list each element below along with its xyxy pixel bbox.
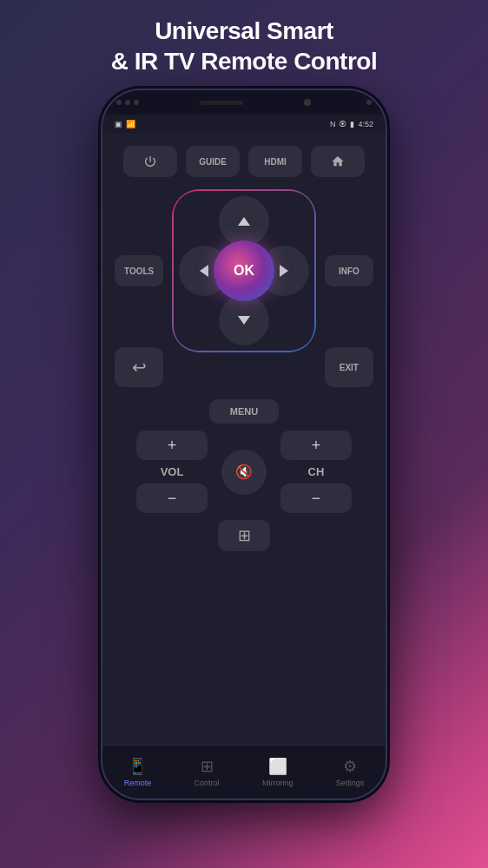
vol-plus-button[interactable]: + (136, 431, 208, 460)
back-button[interactable]: ↩ (115, 347, 163, 387)
settings-label: Settings (336, 779, 365, 787)
ch-minus-button[interactable]: − (280, 483, 352, 513)
nav-settings[interactable]: ⚙ Settings (327, 753, 373, 791)
nav-top-row: TOOLS OK (115, 189, 373, 352)
ch-label: CH (308, 465, 325, 478)
nav-remote[interactable]: 📱 Remote (115, 753, 161, 791)
power-button[interactable] (123, 146, 177, 177)
phone-mockup: ▣ 📶 N ⦿ ▮ 4:52 GUIDE HDMI (101, 89, 387, 800)
dpad-down-button[interactable] (219, 295, 269, 345)
home-icon (331, 155, 345, 168)
clock: 4:52 (358, 120, 373, 128)
arrow-down-icon (238, 316, 250, 325)
status-right: N ⦿ ▮ 4:52 (330, 120, 373, 128)
remote-label: Remote (124, 779, 152, 787)
tools-button[interactable]: TOOLS (115, 255, 163, 286)
phone-top-bar (102, 90, 386, 115)
ok-button[interactable]: OK (214, 240, 274, 301)
menu-button[interactable]: MENU (209, 399, 279, 424)
mute-icon: 🔇 (235, 464, 253, 480)
source-button[interactable]: ⊞ (218, 520, 270, 551)
nav-mirroring[interactable]: ⬜ Mirroring (254, 753, 302, 791)
vol-label: VOL (161, 465, 184, 478)
bottom-nav: 📱 Remote ⊞ Control ⬜ Mirroring ⚙ Setting… (102, 745, 386, 799)
source-icon: ⊞ (238, 526, 251, 545)
nfc-icon: N (330, 120, 336, 128)
nav-bottom-row: ↩ EXIT (115, 347, 373, 387)
arrow-right-icon (280, 265, 288, 277)
vol-minus-button[interactable]: − (136, 483, 208, 513)
power-icon (143, 155, 157, 168)
remote-content: GUIDE HDMI TOOLS (102, 134, 386, 745)
vol-ch-section: + VOL − 🔇 + CH − (115, 431, 373, 513)
info-button[interactable]: INFO (325, 255, 373, 286)
dpad: OK (172, 189, 315, 352)
home-button[interactable] (311, 146, 365, 177)
top-button-row: GUIDE HDMI (123, 146, 365, 177)
dpad-up-button[interactable] (219, 196, 269, 247)
sim-icon: ▣ (115, 120, 122, 128)
mirroring-label: Mirroring (262, 779, 293, 787)
phone-speaker (200, 101, 243, 105)
control-icon: ⊞ (201, 757, 214, 776)
wifi-icon: 📶 (126, 120, 135, 128)
control-label: Control (195, 779, 220, 787)
hdmi-button[interactable]: HDMI (248, 146, 302, 177)
settings-icon: ⚙ (343, 757, 357, 776)
remote-icon: 📱 (128, 757, 147, 776)
menu-row: MENU (115, 399, 373, 424)
status-bar: ▣ 📶 N ⦿ ▮ 4:52 (102, 115, 386, 134)
vol-column: + VOL − (136, 431, 208, 513)
guide-button[interactable]: GUIDE (186, 146, 240, 177)
ch-plus-button[interactable]: + (280, 431, 352, 460)
status-left: ▣ 📶 (115, 120, 135, 128)
phone-camera (304, 99, 311, 106)
nav-section: TOOLS OK (115, 189, 373, 399)
phone-notch (116, 100, 139, 105)
ch-column: + CH − (280, 431, 352, 513)
nav-control[interactable]: ⊞ Control (186, 753, 228, 791)
arrow-left-icon (200, 265, 208, 277)
bluetooth-icon: ⦿ (339, 120, 346, 128)
arrow-up-icon (238, 217, 250, 226)
mirroring-icon: ⬜ (268, 757, 287, 776)
mute-column: 🔇 (221, 450, 267, 495)
app-title: Universal Smart & IR TV Remote Control (85, 0, 403, 89)
battery-icon: ▮ (350, 120, 354, 128)
mute-button[interactable]: 🔇 (221, 450, 267, 495)
source-row: ⊞ (115, 520, 373, 551)
exit-button[interactable]: EXIT (325, 347, 373, 387)
